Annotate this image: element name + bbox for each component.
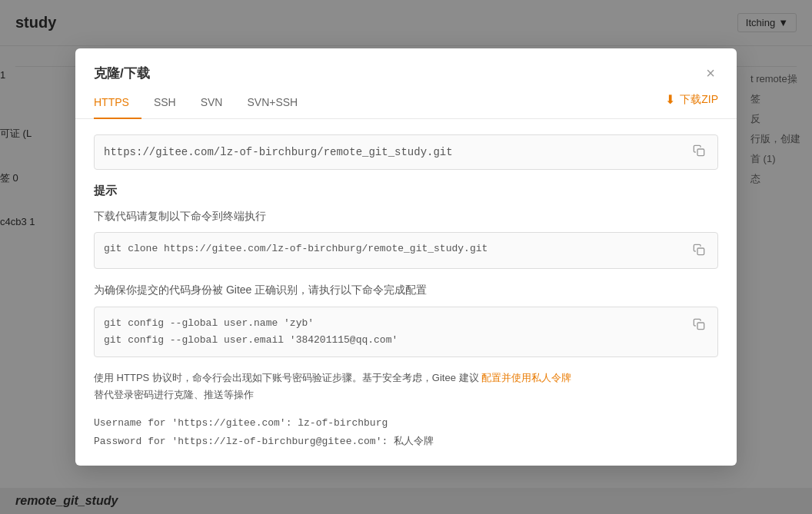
credential-line-2: Password for 'https://lz-of-birchburg@gi… [94,433,718,450]
download-zip-button[interactable]: ⬇ 下载ZIP [665,92,718,113]
url-field: https://gitee.com/lz-of-birchburg/remote… [94,134,718,170]
clone-command-field: git clone https://gitee.com/lz-of-birchb… [94,232,718,269]
clone-url: https://gitee.com/lz-of-birchburg/remote… [104,146,690,158]
modal-close-button[interactable]: × [703,62,718,84]
credential-line-1: Username for 'https://gitee.com': lz-of-… [94,414,718,432]
copy-url-button[interactable] [690,143,708,161]
config-commands-field: git config --global user.name 'zyb' git … [94,307,718,357]
https-info-text: 使用 HTTPS 协议时，命令行会出现如下账号密码验证步骤。基于安全考虑，Git… [94,370,718,403]
config-desc: 为确保你提交的代码身份被 Gitee 正确识别，请执行以下命令完成配置 [94,281,718,298]
clone-desc: 下载代码请复制以下命令到终端执行 [94,207,718,224]
tab-https[interactable]: HTTPS [94,87,141,119]
protocol-tabs: HTTPS SSH SVN SVN+SSH ⬇ 下载ZIP [75,87,737,119]
svg-rect-0 [697,149,704,156]
info-text-part2: 替代登录密码进行克隆、推送等操作 [94,389,254,400]
clone-download-modal: 克隆/下载 × HTTPS SSH SVN SVN+SSH ⬇ 下载ZIP [75,48,737,466]
copy-config-icon [693,318,705,330]
svg-rect-2 [697,323,704,330]
clone-command-text: git clone https://gitee.com/lz-of-birchb… [104,240,690,257]
modal-body: https://gitee.com/lz-of-birchburg/remote… [75,119,737,466]
credentials-info: Username for 'https://gitee.com': lz-of-… [94,414,718,450]
hint-section-label: 提示 [94,184,718,198]
copy-clone-icon [693,244,705,256]
download-icon: ⬇ [665,92,675,107]
modal-header: 克隆/下载 × [75,48,737,84]
private-token-link[interactable]: 配置并使用私人令牌 [481,372,571,383]
download-zip-label: 下载ZIP [680,93,718,107]
tab-ssh[interactable]: SSH [141,87,188,119]
config-commands-text: git config --global user.name 'zyb' git … [104,315,690,349]
copy-config-commands-button[interactable] [690,317,708,335]
svg-rect-1 [697,248,704,255]
tab-svn[interactable]: SVN [188,87,235,119]
modal-title: 克隆/下载 [94,65,150,82]
copy-icon [693,144,705,157]
info-text-part1: 使用 HTTPS 协议时，命令行会出现如下账号密码验证步骤。基于安全考虑，Git… [94,372,481,383]
modal-overlay: 克隆/下载 × HTTPS SSH SVN SVN+SSH ⬇ 下载ZIP [0,0,812,514]
copy-clone-command-button[interactable] [690,242,708,260]
tab-svnssh[interactable]: SVN+SSH [235,87,310,119]
